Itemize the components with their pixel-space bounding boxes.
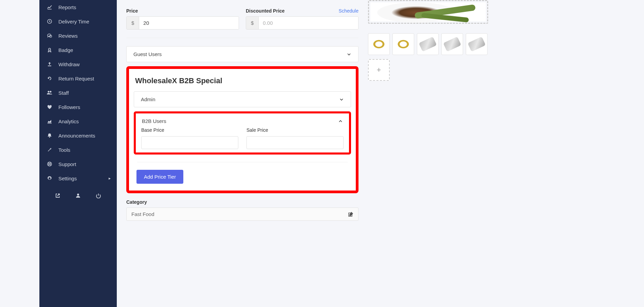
- users-icon: [45, 89, 54, 96]
- wrench-icon: [45, 146, 54, 153]
- sidebar-item-reports[interactable]: Reports: [39, 0, 117, 14]
- admin-header[interactable]: Admin: [134, 92, 351, 107]
- price-label: Price: [126, 8, 239, 14]
- user-icon[interactable]: [75, 193, 81, 198]
- chat-icon: [45, 32, 54, 39]
- life-ring-icon: [45, 161, 54, 167]
- thumbnail[interactable]: [392, 33, 414, 55]
- b2b-price-fields: Base Price Sale Price: [139, 127, 346, 149]
- product-hero-image[interactable]: [368, 0, 488, 24]
- chevron-down-icon: [347, 52, 351, 57]
- sidebar-item-support[interactable]: Support: [39, 157, 117, 171]
- sidebar-item-staff[interactable]: Staff: [39, 86, 117, 100]
- category-section: Category Fast Food: [126, 199, 358, 221]
- sidebar-item-label: Delivery Time: [58, 19, 111, 24]
- svg-point-2: [49, 48, 51, 50]
- svg-point-4: [48, 91, 50, 93]
- sidebar-item-label: Settings: [58, 176, 107, 181]
- price-col: Price $: [126, 8, 239, 30]
- discounted-input-group: $: [246, 16, 358, 30]
- svg-point-7: [48, 162, 52, 166]
- sidebar-item-label: Announcements: [58, 133, 111, 139]
- price-row: Price $ Discounted Price Schedule $: [126, 8, 358, 30]
- add-thumbnail-button[interactable]: +: [368, 59, 390, 81]
- b2b-label: B2B Users: [142, 118, 166, 124]
- thumbnail[interactable]: [417, 33, 439, 55]
- plus-icon: +: [377, 66, 381, 74]
- guest-users-accordion: Guest Users: [126, 46, 358, 62]
- category-value: Fast Food: [131, 211, 154, 217]
- b2b-header[interactable]: B2B Users: [139, 116, 346, 127]
- base-price-input[interactable]: [141, 136, 238, 149]
- upload-icon: [45, 61, 54, 68]
- discounted-col: Discounted Price Schedule $: [246, 8, 358, 30]
- badge-icon: [45, 47, 54, 53]
- discounted-price-input[interactable]: [259, 17, 358, 29]
- base-price-col: Base Price: [141, 127, 238, 149]
- guest-users-header[interactable]: Guest Users: [127, 47, 358, 62]
- sidebar-item-followers[interactable]: Followers: [39, 100, 117, 114]
- sidebar-bottom: [39, 188, 117, 203]
- tier-divider: [137, 162, 348, 162]
- guest-users-label: Guest Users: [133, 51, 162, 57]
- discounted-label: Discounted Price Schedule: [246, 8, 358, 14]
- area-chart-icon: [45, 118, 54, 125]
- sidebar-item-label: Return Request: [58, 76, 111, 82]
- sidebar-item-label: Tools: [58, 147, 111, 153]
- sidebar-item-return-request[interactable]: Return Request: [39, 71, 117, 86]
- wholesalex-title: WholesaleX B2B Special: [135, 76, 351, 85]
- discounted-label-text: Discounted Price: [246, 8, 284, 14]
- admin-accordion: Admin: [134, 91, 351, 107]
- edit-icon[interactable]: [348, 212, 353, 217]
- thumbnail[interactable]: [368, 33, 390, 55]
- thumbnail[interactable]: [466, 33, 487, 55]
- sidebar-item-label: Analytics: [58, 119, 111, 124]
- sidebar-item-label: Badge: [58, 47, 111, 53]
- schedule-link[interactable]: Schedule: [339, 8, 358, 14]
- add-price-tier-button[interactable]: Add Price Tier: [136, 170, 183, 184]
- sidebar-item-withdraw[interactable]: Withdraw: [39, 57, 117, 71]
- price-input-group: $: [126, 16, 239, 30]
- chevron-down-icon: [339, 97, 344, 102]
- sidebar-item-tools[interactable]: Tools: [39, 143, 117, 157]
- gear-icon: [45, 175, 54, 182]
- chevron-right-icon: ▸: [109, 176, 111, 181]
- sidebar-item-delivery-time[interactable]: Delivery Time: [39, 14, 117, 29]
- price-input[interactable]: [139, 17, 239, 29]
- sidebar-item-badge[interactable]: Badge: [39, 43, 117, 57]
- thumbnail-row: [368, 33, 488, 55]
- sidebar-item-label: Reports: [58, 4, 111, 10]
- sidebar-item-analytics[interactable]: Analytics: [39, 114, 117, 128]
- sidebar-item-label: Reviews: [58, 33, 111, 39]
- sidebar-item-label: Withdraw: [58, 61, 111, 67]
- sidebar-item-label: Staff: [58, 90, 111, 96]
- sidebar-item-settings[interactable]: Settings ▸: [39, 171, 117, 185]
- sidebar-item-announcements[interactable]: Announcements: [39, 128, 117, 143]
- svg-point-6: [49, 137, 50, 138]
- hero-image-content: [370, 2, 486, 21]
- currency-addon: $: [246, 17, 259, 29]
- wholesalex-section: WholesaleX B2B Special Admin B2B Users: [126, 66, 358, 193]
- power-icon[interactable]: [96, 193, 101, 198]
- base-price-label: Base Price: [141, 127, 238, 133]
- currency-addon: $: [127, 17, 139, 29]
- sidebar-item-reviews[interactable]: Reviews: [39, 29, 117, 43]
- heart-icon: [45, 104, 54, 110]
- sale-price-input[interactable]: [246, 136, 344, 149]
- svg-point-9: [77, 194, 79, 196]
- main-content: Price $ Discounted Price Schedule $: [117, 0, 368, 307]
- external-link-icon[interactable]: [55, 193, 60, 198]
- svg-point-8: [49, 163, 51, 165]
- bell-icon: [45, 132, 54, 139]
- b2b-users-block: B2B Users Base Price Sale Price: [134, 111, 351, 155]
- sidebar: Reports Delivery Time Reviews Badge With…: [39, 0, 117, 307]
- sidebar-item-label: Support: [58, 161, 111, 167]
- divider: [126, 38, 358, 38]
- sidebar-item-label: Followers: [58, 104, 111, 110]
- sale-price-col: Sale Price: [246, 127, 344, 149]
- admin-label: Admin: [141, 96, 155, 102]
- category-field[interactable]: Fast Food: [126, 207, 358, 221]
- sale-price-label: Sale Price: [246, 127, 344, 133]
- category-label: Category: [126, 199, 358, 205]
- thumbnail[interactable]: [441, 33, 463, 55]
